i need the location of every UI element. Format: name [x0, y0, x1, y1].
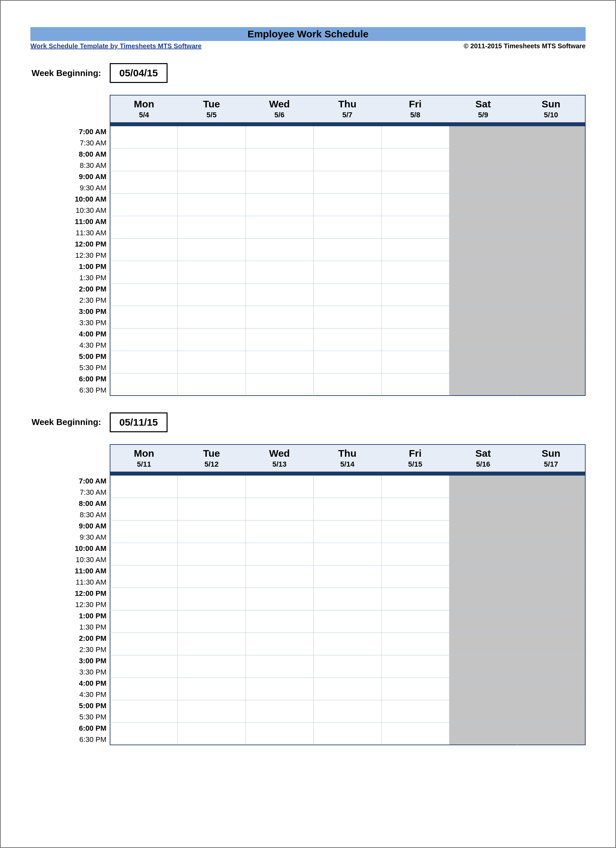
schedule-cell[interactable] — [449, 182, 517, 194]
schedule-cell[interactable] — [246, 340, 313, 351]
schedule-cell[interactable] — [246, 532, 313, 543]
schedule-cell[interactable] — [517, 362, 585, 374]
schedule-cell[interactable] — [517, 633, 585, 644]
schedule-cell[interactable] — [449, 622, 517, 633]
schedule-cell[interactable] — [313, 385, 381, 396]
schedule-cell[interactable] — [178, 667, 245, 678]
schedule-cell[interactable] — [110, 126, 178, 138]
schedule-cell[interactable] — [110, 317, 178, 329]
schedule-cell[interactable] — [381, 261, 449, 272]
schedule-cell[interactable] — [110, 385, 178, 396]
schedule-cell[interactable] — [246, 700, 313, 712]
schedule-cell[interactable] — [449, 498, 517, 509]
schedule-cell[interactable] — [178, 487, 245, 498]
schedule-cell[interactable] — [517, 295, 585, 306]
schedule-cell[interactable] — [178, 655, 245, 667]
schedule-cell[interactable] — [449, 149, 517, 160]
schedule-cell[interactable] — [517, 678, 585, 689]
schedule-cell[interactable] — [449, 678, 517, 689]
schedule-cell[interactable] — [381, 171, 449, 182]
schedule-cell[interactable] — [381, 700, 449, 712]
schedule-cell[interactable] — [110, 149, 178, 160]
schedule-cell[interactable] — [313, 351, 381, 362]
schedule-cell[interactable] — [517, 171, 585, 182]
schedule-cell[interactable] — [178, 351, 245, 362]
schedule-cell[interactable] — [246, 689, 313, 700]
schedule-cell[interactable] — [110, 622, 178, 633]
schedule-cell[interactable] — [178, 239, 245, 250]
schedule-cell[interactable] — [449, 565, 517, 577]
schedule-cell[interactable] — [517, 340, 585, 351]
schedule-cell[interactable] — [449, 194, 517, 205]
schedule-cell[interactable] — [517, 734, 585, 745]
schedule-cell[interactable] — [110, 565, 178, 577]
schedule-cell[interactable] — [313, 487, 381, 498]
schedule-cell[interactable] — [178, 509, 245, 520]
schedule-cell[interactable] — [178, 295, 245, 306]
schedule-cell[interactable] — [313, 554, 381, 565]
schedule-cell[interactable] — [110, 700, 178, 712]
schedule-cell[interactable] — [381, 734, 449, 745]
schedule-cell[interactable] — [313, 317, 381, 329]
schedule-cell[interactable] — [110, 362, 178, 374]
schedule-cell[interactable] — [313, 622, 381, 633]
schedule-cell[interactable] — [449, 700, 517, 712]
schedule-cell[interactable] — [178, 205, 245, 216]
schedule-cell[interactable] — [449, 351, 517, 362]
schedule-cell[interactable] — [178, 498, 245, 509]
schedule-cell[interactable] — [449, 239, 517, 250]
schedule-cell[interactable] — [517, 138, 585, 149]
schedule-cell[interactable] — [449, 667, 517, 678]
schedule-cell[interactable] — [449, 261, 517, 272]
schedule-cell[interactable] — [381, 340, 449, 351]
schedule-cell[interactable] — [246, 272, 313, 283]
schedule-cell[interactable] — [381, 227, 449, 239]
schedule-cell[interactable] — [517, 329, 585, 340]
schedule-cell[interactable] — [381, 633, 449, 644]
schedule-cell[interactable] — [449, 216, 517, 227]
schedule-cell[interactable] — [313, 261, 381, 272]
schedule-cell[interactable] — [246, 667, 313, 678]
schedule-cell[interactable] — [517, 700, 585, 712]
schedule-cell[interactable] — [110, 723, 178, 734]
week-beginning-date[interactable]: 05/11/15 — [110, 412, 167, 432]
schedule-cell[interactable] — [517, 374, 585, 385]
schedule-cell[interactable] — [381, 532, 449, 543]
schedule-cell[interactable] — [381, 689, 449, 700]
schedule-cell[interactable] — [313, 149, 381, 160]
schedule-cell[interactable] — [381, 644, 449, 655]
schedule-cell[interactable] — [381, 385, 449, 396]
schedule-cell[interactable] — [313, 250, 381, 261]
schedule-cell[interactable] — [381, 723, 449, 734]
schedule-cell[interactable] — [517, 160, 585, 171]
schedule-cell[interactable] — [178, 565, 245, 577]
schedule-cell[interactable] — [449, 171, 517, 182]
schedule-cell[interactable] — [313, 362, 381, 374]
schedule-cell[interactable] — [517, 723, 585, 734]
schedule-cell[interactable] — [178, 306, 245, 317]
schedule-cell[interactable] — [517, 149, 585, 160]
schedule-cell[interactable] — [517, 532, 585, 543]
schedule-cell[interactable] — [246, 588, 313, 599]
schedule-cell[interactable] — [313, 588, 381, 599]
schedule-cell[interactable] — [246, 644, 313, 655]
schedule-cell[interactable] — [517, 317, 585, 329]
schedule-cell[interactable] — [449, 317, 517, 329]
schedule-cell[interactable] — [178, 138, 245, 149]
schedule-cell[interactable] — [517, 487, 585, 498]
schedule-cell[interactable] — [517, 498, 585, 509]
schedule-cell[interactable] — [517, 667, 585, 678]
schedule-cell[interactable] — [178, 723, 245, 734]
schedule-cell[interactable] — [246, 577, 313, 588]
schedule-cell[interactable] — [517, 239, 585, 250]
schedule-cell[interactable] — [517, 554, 585, 565]
schedule-cell[interactable] — [381, 543, 449, 554]
schedule-cell[interactable] — [246, 295, 313, 306]
schedule-cell[interactable] — [381, 498, 449, 509]
schedule-cell[interactable] — [313, 283, 381, 295]
schedule-cell[interactable] — [110, 261, 178, 272]
schedule-cell[interactable] — [110, 239, 178, 250]
schedule-cell[interactable] — [246, 678, 313, 689]
schedule-cell[interactable] — [246, 194, 313, 205]
schedule-cell[interactable] — [381, 655, 449, 667]
